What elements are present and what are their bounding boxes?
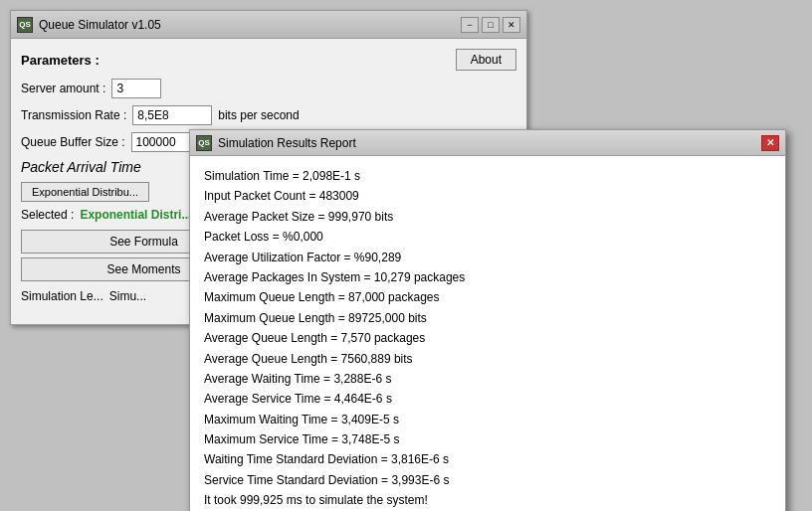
- main-title-bar: QS Queue Simulator v1.05 − □ ✕: [11, 11, 526, 39]
- transmission-rate-label: Transmission Rate :: [21, 108, 126, 122]
- result-line-13: Maximum Service Time = 3,748E-5 s: [204, 429, 771, 449]
- main-window-title: Queue Simulator v1.05: [39, 18, 161, 32]
- about-button[interactable]: About: [456, 49, 516, 71]
- results-close-button[interactable]: ✕: [761, 135, 779, 151]
- simulation-label: Simulation Le...: [21, 289, 103, 303]
- result-line-4: Average Utilization Factor = %90,289: [204, 248, 771, 267]
- server-amount-label: Server amount :: [21, 82, 105, 95]
- result-line-2: Average Packet Size = 999,970 bits: [204, 207, 771, 227]
- result-line-16: It took 999,925 ms to simulate the syste…: [204, 490, 771, 510]
- result-line-8: Average Queue Length = 7,570 packages: [204, 328, 771, 348]
- result-line-9: Average Queue Length = 7560,889 bits: [204, 349, 771, 369]
- close-button[interactable]: ✕: [503, 17, 520, 33]
- result-line-1: Input Packet Count = 483009: [204, 186, 771, 206]
- packet-arrival-label: Packet Arrival Time: [21, 159, 141, 175]
- app-icon: QS: [17, 17, 33, 33]
- queue-buffer-label: Queue Buffer Size :: [21, 135, 125, 149]
- maximize-button[interactable]: □: [482, 17, 500, 33]
- result-line-10: Average Waiting Time = 3,288E-6 s: [204, 369, 771, 389]
- result-line-7: Maximum Queue Length = 89725,000 bits: [204, 308, 771, 328]
- results-title-text: Simulation Results Report: [218, 136, 356, 150]
- server-amount-input[interactable]: [111, 79, 161, 98]
- results-dialog: QS Simulation Results Report ✕ Simulatio…: [189, 129, 786, 511]
- results-title-left: QS Simulation Results Report: [196, 135, 356, 151]
- result-line-5: Average Packages In System = 10,279 pack…: [204, 267, 771, 287]
- result-line-12: Maximum Waiting Time = 3,409E-5 s: [204, 410, 771, 429]
- selected-label: Selected :: [21, 208, 74, 222]
- result-line-0: Simulation Time = 2,098E-1 s: [204, 166, 771, 186]
- title-bar-left: QS Queue Simulator v1.05: [17, 17, 161, 33]
- distribution-button[interactable]: Exponential Distribu...: [21, 182, 149, 202]
- transmission-rate-unit: bits per second: [218, 108, 299, 122]
- results-content: Simulation Time = 2,098E-1 s Input Packe…: [190, 156, 785, 511]
- result-line-15: Service Time Standard Deviation = 3,993E…: [204, 470, 771, 490]
- params-header-row: Parameters : About: [21, 49, 516, 71]
- simulation-label-2: Simu...: [109, 289, 146, 303]
- results-title-bar: QS Simulation Results Report ✕: [190, 130, 785, 156]
- selected-value: Exponential Distri...: [80, 208, 191, 222]
- result-line-6: Maximum Queue Length = 87,000 packages: [204, 287, 771, 307]
- transmission-rate-input[interactable]: [132, 105, 212, 125]
- result-line-14: Waiting Time Standard Deviation = 3,816E…: [204, 449, 771, 469]
- result-line-3: Packet Loss = %0,000: [204, 227, 771, 247]
- result-line-11: Average Service Time = 4,464E-6 s: [204, 389, 771, 409]
- minimize-button[interactable]: −: [461, 17, 479, 33]
- server-amount-row: Server amount :: [21, 79, 516, 98]
- results-app-icon: QS: [196, 135, 212, 151]
- params-label: Parameters :: [21, 53, 100, 68]
- window-controls: − □ ✕: [461, 17, 520, 33]
- transmission-rate-row: Transmission Rate : bits per second: [21, 105, 516, 125]
